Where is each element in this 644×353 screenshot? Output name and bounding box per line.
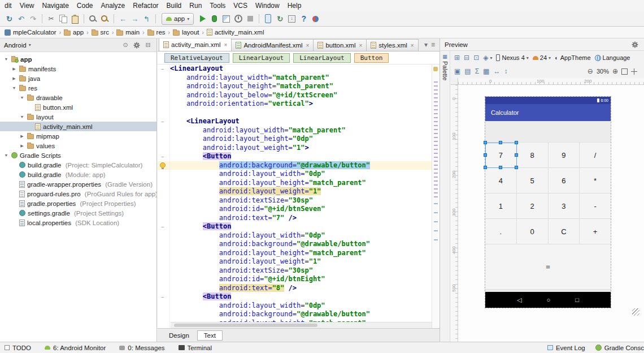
code-editor[interactable]: −<LinearLayout android:layout_width="mat… xyxy=(158,64,440,328)
breadcrumb-item-main[interactable]: main xyxy=(115,28,141,36)
selection-handle[interactable] xyxy=(499,141,502,144)
locate-file-icon[interactable]: ⊙ xyxy=(121,41,130,50)
editor-tab-activity-main-xml[interactable]: activity_main.xml× xyxy=(159,38,232,51)
expander-down-icon[interactable]: ▼ xyxy=(11,86,17,90)
code-line[interactable]: − <Button xyxy=(158,222,432,231)
code-line[interactable]: android:layout_width="match_parent" xyxy=(158,74,432,83)
coverage-icon[interactable] xyxy=(220,13,232,25)
structure-chip-button[interactable]: Button xyxy=(354,53,389,63)
cut-icon[interactable] xyxy=(45,13,57,25)
editor-tab-androidmanifest-xml[interactable]: AndroidManifest.xml× xyxy=(231,39,314,51)
toolwindow-button-event-log[interactable]: Event Log xyxy=(547,345,585,351)
tree-item-manifests[interactable]: ▶manifests xyxy=(0,64,156,74)
code-line[interactable]: android:background="@drawable/button" xyxy=(158,310,432,319)
close-icon[interactable]: × xyxy=(411,42,414,49)
tree-item-values[interactable]: ▶values xyxy=(0,141,156,150)
menu-analyze[interactable]: Analyze xyxy=(97,1,129,11)
calc-button-0[interactable]: 0 xyxy=(517,219,549,244)
theme-selector[interactable]: ◐ AppTheme xyxy=(555,54,590,61)
language-selector[interactable]: Language xyxy=(595,54,630,61)
code-line[interactable]: android:background="@drawable/button" xyxy=(158,161,432,170)
fold-marker-icon[interactable]: − xyxy=(161,293,164,302)
calc-button-4[interactable]: 4 xyxy=(485,168,517,193)
calc-equals-button[interactable]: = xyxy=(485,244,611,290)
tree-item-activity-main-xml[interactable]: activity_main.xml xyxy=(0,122,156,131)
show-bounds-icon[interactable]: ▣ xyxy=(454,67,460,75)
code-line[interactable]: android:layout_height="0dp" xyxy=(158,135,432,144)
expand-vertical-icon[interactable]: ↕ xyxy=(504,67,507,75)
expander-right-icon[interactable]: ▶ xyxy=(11,76,17,81)
api-selector[interactable]: 24 ▾ xyxy=(533,54,551,61)
close-icon[interactable]: × xyxy=(224,42,228,48)
menu-window[interactable]: Window xyxy=(251,1,284,11)
code-line[interactable]: android:layout_weight="1" xyxy=(158,257,432,266)
code-line[interactable]: android:layout_width="0dp" xyxy=(158,170,432,179)
menu-vcs[interactable]: VCS xyxy=(229,1,251,11)
tree-item-gradle-properties[interactable]: gradle.properties (Project Properties) xyxy=(0,199,156,208)
stop-icon[interactable] xyxy=(244,13,256,25)
code-line[interactable]: android:layout_width="0dp" xyxy=(158,302,432,311)
copy-icon[interactable] xyxy=(57,13,69,25)
pan-icon[interactable] xyxy=(631,68,637,75)
menu-view[interactable]: View xyxy=(16,1,38,11)
sync-icon[interactable] xyxy=(3,13,15,25)
menu-code[interactable]: Code xyxy=(73,1,97,11)
calc-button-div[interactable]: / xyxy=(580,143,611,168)
run-config-selector[interactable]: app ▾ xyxy=(162,13,194,25)
calc-button-1[interactable]: 1 xyxy=(485,193,517,219)
expander-down-icon[interactable]: ▼ xyxy=(3,153,9,157)
code-line[interactable]: android:layout_width="match_parent" xyxy=(158,126,432,135)
fold-marker-icon[interactable]: − xyxy=(161,153,164,162)
toolwindow-button-gradle-consc[interactable]: Gradle Consc xyxy=(595,345,644,351)
calc-button-add[interactable]: + xyxy=(580,219,611,244)
menu-run[interactable]: Run xyxy=(185,1,206,11)
editor-tab-button-xml[interactable]: button.xml× xyxy=(313,39,367,51)
grid-mode-icon[interactable]: ▦ xyxy=(483,67,489,75)
replace-icon[interactable] xyxy=(99,13,111,25)
zoom-fit-icon[interactable] xyxy=(621,68,628,75)
structure-chip-relativelayout[interactable]: RelativeLayout xyxy=(164,53,229,63)
breadcrumb-item-src[interactable]: src xyxy=(90,28,111,36)
editor-mode-tab-design[interactable]: Design xyxy=(162,330,196,341)
code-line[interactable] xyxy=(158,109,432,118)
editor-mode-tab-text[interactable]: Text xyxy=(197,330,223,341)
nav-back-icon[interactable] xyxy=(517,296,521,304)
sigma-icon[interactable]: Σ xyxy=(475,67,479,75)
toolwindow-button-0-messages[interactable]: 0: Messages xyxy=(119,345,164,351)
menu-refactor[interactable]: Refactor xyxy=(129,1,162,11)
nav-forward-icon[interactable] xyxy=(129,13,141,25)
inspection-indicator-icon[interactable] xyxy=(433,67,438,71)
nav-home-icon[interactable] xyxy=(547,296,551,303)
nav-up-icon[interactable] xyxy=(141,13,153,25)
tree-item-local-properties[interactable]: local.properties (SDK Location) xyxy=(0,218,156,227)
both-mode-icon[interactable]: ⊡ xyxy=(473,54,479,62)
toolwindow-button-todo[interactable]: TODO xyxy=(5,345,31,351)
selection-handle[interactable] xyxy=(484,141,487,144)
profile-icon[interactable] xyxy=(232,13,244,25)
gear-icon[interactable] xyxy=(630,40,639,49)
tree-item-gradle-wrapper-properties[interactable]: gradle-wrapper.properties (Gradle Versio… xyxy=(0,179,156,189)
intention-bulb-icon[interactable] xyxy=(160,162,166,168)
calc-button-6[interactable]: 6 xyxy=(549,168,580,193)
design-mode-icon[interactable]: ⊞ xyxy=(454,54,460,62)
close-icon[interactable]: × xyxy=(306,42,310,49)
nav-back-icon[interactable] xyxy=(117,13,129,25)
menu-dit[interactable]: dit xyxy=(1,1,16,11)
selection-handle[interactable] xyxy=(515,166,518,169)
expander-down-icon[interactable]: ▼ xyxy=(3,57,9,61)
code-line[interactable]: android:layout_width="0dp" xyxy=(158,231,432,240)
selection-handle[interactable] xyxy=(484,153,487,157)
selection-handle[interactable] xyxy=(499,166,502,169)
calc-button-sub[interactable]: - xyxy=(580,193,611,219)
close-icon[interactable]: × xyxy=(359,42,363,49)
code-line[interactable]: − <LinearLayout xyxy=(158,117,432,126)
profiler-icon[interactable] xyxy=(310,13,321,25)
toolwindow-button-6-android-monitor[interactable]: 6: Android Monitor xyxy=(45,345,106,351)
breadcrumb-item-mplecalculator[interactable]: mpleCalculator xyxy=(3,28,58,36)
calc-button-c[interactable]: C xyxy=(549,219,580,244)
blueprint-mode-icon[interactable]: ⊟ xyxy=(464,54,469,62)
nav-recents-icon[interactable] xyxy=(575,296,579,303)
expander-right-icon[interactable]: ▶ xyxy=(19,134,25,139)
selection-handle[interactable] xyxy=(515,153,518,157)
code-line[interactable]: android:background="@drawable/button" xyxy=(158,240,432,249)
